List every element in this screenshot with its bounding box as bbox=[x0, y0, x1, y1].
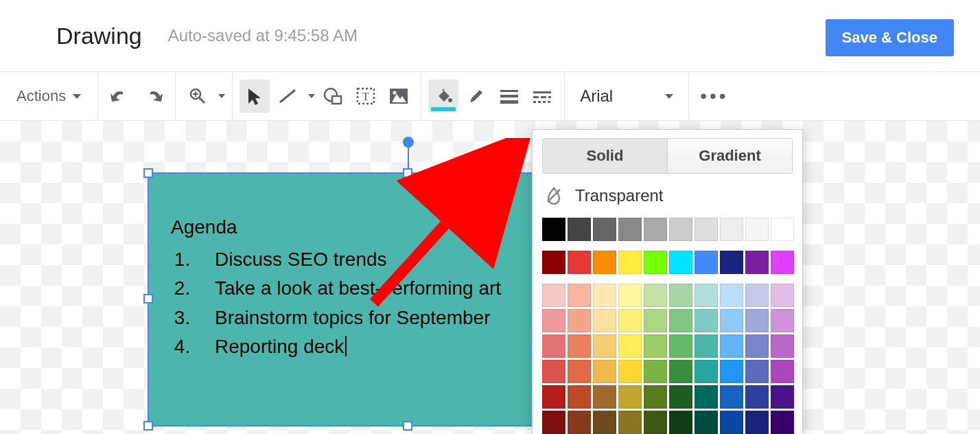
color-swatch[interactable] bbox=[669, 334, 692, 358]
color-swatch[interactable] bbox=[593, 385, 616, 409]
color-swatch[interactable] bbox=[745, 411, 769, 434]
color-swatch[interactable] bbox=[644, 360, 667, 383]
color-swatch[interactable] bbox=[695, 360, 718, 383]
color-swatch[interactable] bbox=[568, 251, 591, 274]
color-swatch[interactable] bbox=[568, 360, 591, 383]
color-swatch[interactable] bbox=[644, 251, 667, 274]
color-swatch[interactable] bbox=[669, 284, 692, 307]
color-swatch[interactable] bbox=[644, 411, 667, 434]
color-swatch[interactable] bbox=[669, 385, 692, 409]
color-swatch[interactable] bbox=[695, 334, 718, 358]
zoom-button[interactable] bbox=[183, 80, 213, 113]
color-swatch[interactable] bbox=[568, 309, 591, 332]
more-button[interactable]: ••• bbox=[696, 80, 732, 113]
color-swatch[interactable] bbox=[695, 284, 718, 307]
color-swatch[interactable] bbox=[745, 251, 769, 274]
fill-color-button[interactable] bbox=[428, 80, 458, 113]
color-swatch[interactable] bbox=[593, 284, 616, 307]
color-swatch[interactable] bbox=[771, 360, 794, 383]
color-swatch[interactable] bbox=[669, 251, 692, 274]
color-swatch[interactable] bbox=[542, 218, 565, 241]
color-swatch[interactable] bbox=[593, 218, 616, 241]
shape-tool-button[interactable] bbox=[318, 80, 348, 113]
border-color-button[interactable] bbox=[461, 80, 491, 113]
color-swatch[interactable] bbox=[695, 309, 718, 332]
redo-button[interactable] bbox=[138, 80, 168, 113]
line-tool-button[interactable] bbox=[272, 80, 303, 113]
color-swatch[interactable] bbox=[745, 334, 769, 358]
color-swatch[interactable] bbox=[720, 218, 743, 241]
chevron-down-icon[interactable] bbox=[218, 94, 225, 98]
color-swatch[interactable] bbox=[593, 334, 616, 358]
color-swatch[interactable] bbox=[720, 385, 743, 409]
actions-menu[interactable]: Actions bbox=[7, 87, 91, 105]
color-swatch[interactable] bbox=[771, 251, 794, 274]
color-swatch[interactable] bbox=[745, 309, 769, 332]
textbox-tool-button[interactable]: T bbox=[351, 80, 381, 113]
color-swatch[interactable] bbox=[720, 411, 743, 434]
color-swatch[interactable] bbox=[669, 309, 692, 332]
color-swatch[interactable] bbox=[593, 360, 616, 383]
color-swatch[interactable] bbox=[644, 385, 667, 409]
resize-handle-ml[interactable] bbox=[143, 294, 153, 304]
color-swatch[interactable] bbox=[618, 334, 642, 358]
color-swatch[interactable] bbox=[568, 218, 591, 241]
color-swatch[interactable] bbox=[695, 218, 718, 241]
image-tool-button[interactable] bbox=[384, 80, 414, 113]
tab-gradient[interactable]: Gradient bbox=[667, 139, 792, 173]
color-swatch[interactable] bbox=[695, 385, 718, 409]
color-swatch[interactable] bbox=[618, 385, 642, 409]
color-swatch[interactable] bbox=[593, 251, 616, 274]
border-weight-button[interactable] bbox=[494, 80, 524, 113]
color-swatch[interactable] bbox=[644, 284, 667, 307]
rotation-handle[interactable] bbox=[403, 137, 414, 148]
color-swatch[interactable] bbox=[618, 360, 642, 383]
transparent-option[interactable]: Transparent bbox=[545, 186, 793, 205]
color-swatch[interactable] bbox=[669, 411, 692, 434]
color-swatch[interactable] bbox=[771, 385, 794, 409]
color-swatch[interactable] bbox=[618, 411, 642, 434]
resize-handle-tl[interactable] bbox=[143, 168, 153, 178]
color-swatch[interactable] bbox=[720, 251, 743, 274]
resize-handle-bl[interactable] bbox=[143, 421, 153, 431]
color-swatch[interactable] bbox=[644, 218, 667, 241]
chevron-down-icon[interactable] bbox=[308, 94, 315, 98]
color-swatch[interactable] bbox=[542, 411, 565, 434]
color-swatch[interactable] bbox=[568, 334, 591, 358]
color-swatch[interactable] bbox=[644, 309, 667, 332]
color-swatch[interactable] bbox=[593, 309, 616, 332]
color-swatch[interactable] bbox=[771, 411, 794, 434]
color-swatch[interactable] bbox=[771, 284, 794, 307]
color-swatch[interactable] bbox=[568, 385, 591, 409]
border-dash-button[interactable] bbox=[527, 80, 557, 113]
color-swatch[interactable] bbox=[695, 251, 718, 274]
color-swatch[interactable] bbox=[745, 218, 769, 241]
color-swatch[interactable] bbox=[542, 251, 565, 274]
color-swatch[interactable] bbox=[618, 218, 642, 241]
color-swatch[interactable] bbox=[771, 334, 794, 358]
color-swatch[interactable] bbox=[542, 385, 565, 409]
color-swatch[interactable] bbox=[618, 309, 642, 332]
color-swatch[interactable] bbox=[720, 360, 743, 383]
font-selector[interactable]: Arial bbox=[565, 72, 688, 120]
color-swatch[interactable] bbox=[618, 251, 642, 274]
color-swatch[interactable] bbox=[542, 284, 565, 307]
select-tool-button[interactable] bbox=[240, 80, 270, 113]
color-swatch[interactable] bbox=[720, 284, 743, 307]
color-swatch[interactable] bbox=[669, 218, 692, 241]
color-swatch[interactable] bbox=[695, 411, 718, 434]
color-swatch[interactable] bbox=[568, 411, 591, 434]
canvas[interactable]: Agenda Discuss SEO trends Take a look at… bbox=[0, 121, 980, 434]
color-swatch[interactable] bbox=[771, 309, 794, 332]
color-swatch[interactable] bbox=[542, 309, 565, 332]
color-swatch[interactable] bbox=[771, 218, 794, 241]
color-swatch[interactable] bbox=[720, 309, 743, 332]
color-swatch[interactable] bbox=[542, 334, 565, 358]
color-swatch[interactable] bbox=[618, 284, 642, 307]
color-swatch[interactable] bbox=[745, 360, 769, 383]
color-swatch[interactable] bbox=[593, 411, 616, 434]
resize-handle-bm[interactable] bbox=[403, 421, 412, 431]
tab-solid[interactable]: Solid bbox=[543, 139, 667, 173]
color-swatch[interactable] bbox=[669, 360, 692, 383]
color-swatch[interactable] bbox=[542, 360, 565, 383]
